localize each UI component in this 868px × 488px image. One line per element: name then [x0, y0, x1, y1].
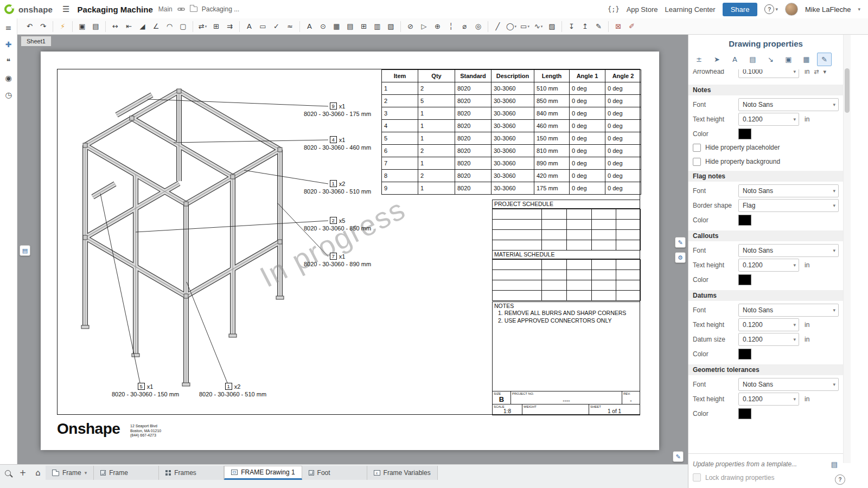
featurescript-icon[interactable]: {;}	[608, 5, 620, 13]
thread-icon[interactable]: ◎	[471, 20, 485, 33]
crop-view-icon[interactable]: ▢	[176, 20, 190, 33]
datums-text-height-select[interactable]: 0.1200	[738, 318, 799, 331]
hide-property-background-checkbox[interactable]	[693, 158, 701, 166]
radial-dimension-icon[interactable]: ◠	[163, 20, 176, 33]
centerline-icon[interactable]: ╎	[444, 20, 458, 33]
bom-row[interactable]: 91802030-3060175 mm0 deg0 deg	[382, 182, 641, 195]
bom-row[interactable]: 25802030-3060850 mm0 deg0 deg	[382, 95, 641, 107]
callout-4[interactable]: 4x1 8020 - 30-3060 - 460 mm	[302, 136, 373, 151]
lock-drawing-properties-checkbox[interactable]	[693, 473, 701, 481]
view-properties-icon[interactable]: ▤	[89, 20, 103, 33]
cut-list-icon[interactable]: ▧	[384, 20, 398, 33]
callout-2[interactable]: 2x5 8020 - 30-3060 - 850 mm	[302, 217, 373, 232]
export-icon[interactable]: ↧	[565, 20, 578, 33]
apply-template-icon[interactable]: ▤	[830, 460, 839, 468]
drawing-canvas[interactable]: Sheet1 In progress 9x1 8020 - 30-3060 - …	[17, 35, 688, 464]
hole-table-icon[interactable]: ⊞	[357, 20, 371, 33]
breaks-props-icon[interactable]: ↘	[763, 53, 778, 66]
drawing-sheet[interactable]: In progress 9x1 8020 - 30-3060 - 175 mm …	[41, 52, 659, 450]
ordinate-dimension-icon[interactable]: ⇤	[122, 20, 136, 33]
user-name[interactable]: Mike LaFleche	[805, 5, 851, 14]
comment-icon[interactable]: ❝	[2, 55, 15, 68]
user-menu-chevron-icon[interactable]: ▾	[858, 7, 860, 12]
annotations-props-icon[interactable]: ✎	[817, 53, 832, 66]
surface-finish-icon[interactable]: ✓	[270, 20, 283, 33]
notes-font-select[interactable]: Noto Sans	[738, 98, 839, 111]
flag-notes-border-shape-select[interactable]: Flag	[738, 199, 839, 212]
geo-tol-font-select[interactable]: Noto Sans	[738, 378, 839, 391]
views-props-icon[interactable]: ▣	[781, 53, 796, 66]
circle-icon[interactable]: ◯	[505, 20, 518, 33]
notes-color-swatch[interactable]	[738, 129, 751, 139]
general-table-icon[interactable]: ▦	[330, 20, 343, 33]
markup-icon[interactable]: ✎	[592, 20, 605, 33]
tab-foot-part-studio[interactable]: Foot	[302, 466, 367, 480]
sheets-panel-toggle[interactable]: ▤	[20, 245, 30, 256]
search-tabs-button[interactable]	[0, 466, 15, 480]
insert-view-icon[interactable]: ▣	[75, 20, 89, 33]
tables-props-icon[interactable]: ▦	[799, 53, 814, 66]
text-icon[interactable]: A	[303, 20, 316, 33]
link-icon[interactable]	[177, 5, 186, 14]
tab-folder-frame[interactable]: Frame ▾	[46, 466, 94, 480]
ordinate-style-icon[interactable]: ⇉	[223, 20, 237, 33]
history-icon[interactable]: ◷	[2, 88, 15, 101]
callouts-font-select[interactable]: Noto Sans	[738, 244, 839, 257]
home-button[interactable]: ⌂	[30, 466, 46, 480]
lines-props-icon[interactable]: ▤	[745, 53, 760, 66]
panel-scrollbar-thumb[interactable]	[845, 68, 850, 113]
app-store-link[interactable]: App Store	[627, 5, 658, 14]
datums-color-swatch[interactable]	[738, 349, 751, 359]
bom-row[interactable]: 12802030-3060510 mm0 deg0 deg	[382, 82, 641, 95]
callout-5[interactable]: 5x1 8020 - 30-3060 - 150 mm	[110, 383, 181, 397]
bom-row[interactable]: 62802030-3060810 mm0 deg0 deg	[382, 145, 641, 157]
document-title[interactable]: Packaging Machine	[78, 5, 153, 14]
arrowhead-swap-icon[interactable]: ⇄	[814, 69, 819, 75]
flag-notes-color-swatch[interactable]	[738, 215, 751, 226]
learning-center-link[interactable]: Learning Center	[665, 5, 715, 14]
datum-icon[interactable]: ▷	[417, 20, 431, 33]
callout-icon[interactable]: ▭	[256, 20, 270, 33]
auto-dimension-icon[interactable]: ⊞	[209, 20, 223, 33]
document-outline-icon[interactable]: ≡	[2, 21, 15, 34]
avatar[interactable]	[785, 3, 798, 16]
select-tool-icon[interactable]: ✚	[2, 38, 15, 51]
undo-icon[interactable]: ↶	[23, 20, 36, 33]
bom-row[interactable]: 71802030-3060890 mm0 deg0 deg	[382, 157, 641, 170]
geometric-tolerance-icon[interactable]: ⊘	[404, 20, 417, 33]
weld-symbol-icon[interactable]: ≈	[283, 20, 297, 33]
update-drawing-icon[interactable]: ⚡	[56, 20, 69, 33]
update-from-template-link[interactable]: Update properties from a template...	[693, 460, 830, 468]
insert-tab-button[interactable]: +	[15, 466, 30, 480]
workspace-label[interactable]: Main	[158, 5, 173, 13]
tab-frame-part-studio[interactable]: Frame	[94, 466, 159, 480]
flag-notes-font-select[interactable]: Noto Sans	[738, 184, 839, 197]
revision-table-icon[interactable]: ▥	[371, 20, 384, 33]
panel-help-icon[interactable]: ?	[835, 474, 845, 485]
arrowheads-props-icon[interactable]: ➤	[710, 53, 724, 66]
datums-font-select[interactable]: Noto Sans	[738, 304, 839, 317]
tab-frames-assembly[interactable]: Frames	[159, 466, 224, 480]
import-icon[interactable]: ↥	[578, 20, 592, 33]
help-menu[interactable]: ? ▾	[764, 4, 778, 14]
share-button[interactable]: Share	[723, 3, 758, 16]
hatch-icon[interactable]: ▨	[545, 20, 559, 33]
callout-1b[interactable]: 1x2 8020 - 30-3060 - 510 mm	[197, 383, 268, 397]
tab-frame-drawing-1[interactable]: FRAME Drawing 1	[224, 466, 302, 480]
dimension-icon[interactable]: ↔	[108, 20, 122, 33]
redo-icon[interactable]: ↷	[36, 20, 50, 33]
eraser-icon[interactable]: ⊠	[611, 20, 625, 33]
bom-row[interactable]: 51802030-3060150 mm0 deg0 deg	[382, 132, 641, 145]
inspect-icon[interactable]: ⊙	[316, 20, 330, 33]
callouts-color-swatch[interactable]	[738, 274, 751, 285]
callout-9[interactable]: 9x1 8020 - 30-3060 - 175 mm	[302, 102, 373, 117]
callouts-text-height-select[interactable]: 0.1200	[738, 259, 799, 272]
rectangle-icon[interactable]: ▭	[518, 20, 532, 33]
hide-property-placeholder-checkbox[interactable]	[693, 144, 701, 152]
drawing-config-toggle[interactable]: ✎	[673, 451, 684, 462]
sheet-tab[interactable]: Sheet1	[21, 36, 52, 46]
geo-tol-text-height-select[interactable]: 0.1200	[738, 393, 799, 406]
precision-props-icon[interactable]: ±	[692, 53, 706, 66]
callout-7[interactable]: 7x1 8020 - 30-3060 - 890 mm	[302, 253, 373, 267]
text-props-icon[interactable]: A	[727, 53, 742, 66]
